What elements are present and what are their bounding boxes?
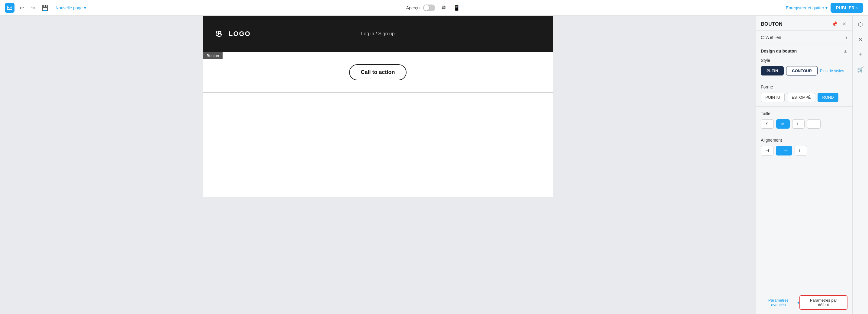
design-header-row: Design du bouton ▲ [761, 49, 847, 54]
button-label-bar: Bouton [203, 52, 223, 59]
topbar-right: Enregistrer et quitter ▾ PUBLIER › [465, 3, 863, 13]
taille-label: Taille [761, 111, 770, 116]
email-icon [5, 3, 14, 13]
new-page-chevron-icon: ▾ [84, 5, 86, 10]
align-center-icon: ⊢⊣ [780, 148, 788, 153]
style-group: PLEIN CONTOUR Plus de styles [761, 66, 847, 75]
svg-text:𝔅: 𝔅 [215, 29, 222, 39]
logo-icon: 𝔅 [215, 28, 226, 39]
publish-arrow-icon: › [856, 5, 858, 10]
forme-section: Forme POINTU ESTOMPÉ ROND [756, 80, 852, 106]
param-avances-chevron-icon: ▾ [797, 301, 800, 305]
design-chevron-icon: ▲ [843, 49, 847, 54]
style-section: Style PLEIN CONTOUR Plus de styles [761, 58, 847, 75]
desktop-device-button[interactable]: 🖥 [439, 3, 448, 12]
save-quit-label: Enregistrer et quitter [786, 5, 824, 10]
panel-bottom: Paramètres avancés ▾ Paramètres par défa… [756, 291, 852, 314]
param-defaut-button[interactable]: Paramètres par défaut [800, 295, 847, 310]
cart-icon-button[interactable]: 🛒 [855, 64, 866, 74]
forme-rond-button[interactable]: ROND [817, 93, 838, 102]
taille-group: S M L ... [761, 119, 847, 129]
save-button[interactable]: 💾 [40, 3, 50, 13]
publish-button[interactable]: PUBLIER › [831, 3, 863, 13]
style-label: Style [761, 58, 770, 63]
panel-close-button[interactable]: ✕ [841, 21, 847, 28]
cta-lien-chevron-icon: ▾ [845, 35, 847, 40]
apercu-toggle[interactable] [423, 4, 435, 11]
alignement-label: Alignement [761, 138, 782, 143]
alignement-section: Alignement ⊣ ⊢⊣ ⊢ [756, 133, 852, 160]
toggle-knob [424, 5, 429, 10]
panel-pin-button[interactable]: 📌 [830, 21, 839, 28]
cta-lien-row: CTA et lien ▾ [761, 35, 847, 40]
panel-header-icons: 📌 ✕ [830, 21, 847, 28]
nav-section: 𝔅 LOGO Log in / Sign up [203, 16, 553, 52]
taille-more-button[interactable]: ... [807, 119, 820, 129]
add-icon-button[interactable]: + [857, 50, 864, 60]
close-x-icon-button[interactable]: ✕ [856, 34, 864, 45]
align-group: ⊣ ⊢⊣ ⊢ [761, 146, 847, 156]
nav-login-text: Log in / Sign up [361, 31, 395, 36]
cta-button[interactable]: Call to action [349, 64, 406, 80]
publish-label: PUBLIER [836, 5, 855, 10]
style-plus-button[interactable]: Plus de styles [820, 68, 844, 73]
align-right-icon: ⊢ [799, 148, 803, 153]
main-area: 𝔅 LOGO Log in / Sign up Bouton Call to a… [0, 16, 868, 314]
style-plein-button[interactable]: PLEIN [761, 66, 784, 75]
align-center-button[interactable]: ⊢⊣ [776, 146, 792, 156]
cta-lien-label: CTA et lien [761, 35, 781, 40]
taille-m-button[interactable]: M [776, 119, 790, 129]
panel-title: BOUTON [761, 22, 782, 27]
forme-group: POINTU ESTOMPÉ ROND [761, 93, 847, 102]
apercu-label: Aperçu [406, 5, 420, 10]
logo-area: 𝔅 LOGO [215, 28, 251, 39]
design-section: Design du bouton ▲ Style PLEIN CONTOUR P… [756, 44, 852, 80]
taille-l-button[interactable]: L [792, 119, 805, 129]
param-avances-button[interactable]: Paramètres avancés ▾ [761, 298, 800, 307]
save-quit-button[interactable]: Enregistrer et quitter ▾ [786, 5, 828, 10]
forme-pointu-button[interactable]: POINTU [761, 93, 785, 102]
network-icon-button[interactable]: ⬡ [856, 19, 865, 30]
button-section: Bouton Call to action [203, 52, 553, 93]
page-canvas: 𝔅 LOGO Log in / Sign up Bouton Call to a… [203, 16, 553, 197]
new-page-button[interactable]: Nouvelle page ▾ [53, 4, 89, 12]
save-quit-chevron-icon: ▾ [826, 5, 828, 10]
undo-button[interactable]: ↩ [18, 3, 26, 13]
topbar-center: Aperçu 🖥 📱 [406, 3, 462, 12]
mobile-device-button[interactable]: 📱 [452, 3, 462, 12]
align-right-button[interactable]: ⊢ [795, 146, 807, 156]
style-contour-button[interactable]: CONTOUR [786, 66, 817, 75]
forme-label: Forme [761, 85, 773, 89]
topbar-left: ↩ ↪ 💾 Nouvelle page ▾ [5, 3, 403, 13]
design-label: Design du bouton [761, 49, 797, 54]
cta-lien-section: CTA et lien ▾ [756, 31, 852, 44]
right-sidebar: ⬡ ✕ + 🛒 [852, 16, 868, 314]
right-panel: BOUTON 📌 ✕ CTA et lien ▾ Design du bouto… [756, 16, 852, 314]
redo-button[interactable]: ↪ [29, 3, 37, 13]
topbar: ↩ ↪ 💾 Nouvelle page ▾ Aperçu 🖥 📱 Enregis… [0, 0, 868, 16]
new-page-label: Nouvelle page [56, 5, 83, 10]
logo-text: LOGO [229, 30, 251, 38]
panel-header: BOUTON 📌 ✕ [756, 16, 852, 31]
canvas-area: 𝔅 LOGO Log in / Sign up Bouton Call to a… [0, 16, 756, 314]
align-left-icon: ⊣ [765, 148, 769, 153]
param-avances-label: Paramètres avancés [761, 298, 796, 307]
taille-section: Taille S M L ... [756, 106, 852, 133]
align-left-button[interactable]: ⊣ [761, 146, 773, 156]
taille-s-button[interactable]: S [761, 119, 774, 129]
forme-estompe-button[interactable]: ESTOMPÉ [787, 93, 815, 102]
